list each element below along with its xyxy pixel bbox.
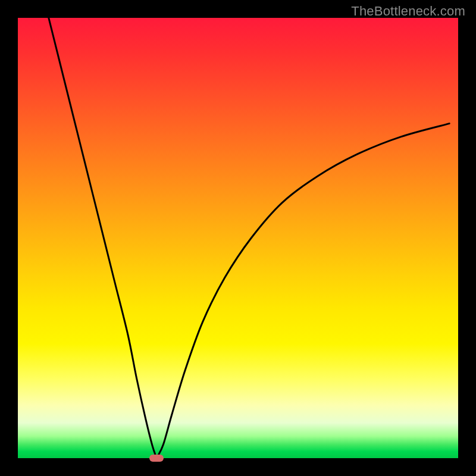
optimal-point-marker: [149, 455, 164, 462]
bottleneck-curve: [18, 18, 458, 458]
watermark-text: TheBottleneck.com: [351, 4, 465, 19]
plot-gradient-background: [18, 18, 458, 458]
